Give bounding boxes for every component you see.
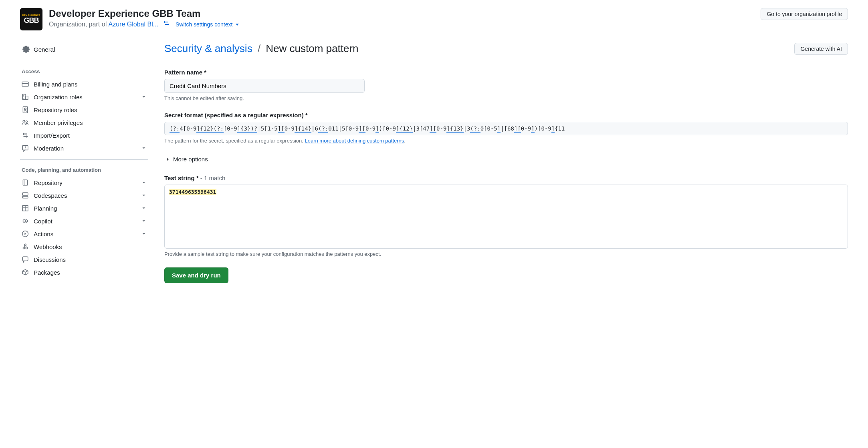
svg-point-18 [23,197,24,198]
sidebar-item-label: Packages [34,269,60,276]
chevron-down-icon [141,193,147,198]
sidebar-item-webhooks[interactable]: Webhooks [20,240,148,253]
secret-format-value: (?:4[0-9]{12}(?:[0-9]{3})?|5[1-5][0-9]{1… [170,125,565,133]
test-label-text: Test string * [164,175,199,181]
sidebar-item-codespaces[interactable]: Codespaces [20,189,148,202]
sidebar-item-repository-roles[interactable]: Repository roles [20,103,148,116]
secret-format-group: Secret format (specified as a regular ex… [164,112,848,144]
svg-point-9 [23,120,25,122]
sidebar-general-label: General [34,46,55,53]
comment-icon [22,256,29,263]
svg-point-24 [24,221,24,222]
sidebar-item-billing-and-plans[interactable]: Billing and plans [20,78,148,90]
more-options-group: More options [164,154,848,164]
breadcrumb-link[interactable]: Security & analysis [164,42,252,54]
swap-icon [163,20,170,26]
switch-context-label: Switch settings context [176,21,232,28]
header-left: DEV AUDIENCE GBB Developer Experience GB… [20,8,239,30]
svg-point-13 [25,149,26,149]
test-string-label: Test string * - 1 match [164,175,848,181]
svg-rect-5 [24,96,24,97]
sidebar-item-label: Moderation [34,145,64,152]
secret-hint-link[interactable]: Learn more about defining custom pattern… [305,138,404,144]
sidebar-heading-access: Access [20,66,148,78]
test-string-input[interactable]: 371449635398431 [164,185,848,249]
sidebar: General Access Billing and plansOrganiza… [20,42,148,283]
table-icon [22,205,29,212]
chevron-down-icon [141,231,147,237]
main-container: General Access Billing and plansOrganiza… [20,42,848,283]
copilot-icon [22,217,29,225]
play-icon [22,230,29,237]
org-titles: Developer Experience GBB Team Organizati… [49,8,239,28]
test-string-match: 371449635398431 [169,189,216,195]
svg-rect-16 [22,193,28,195]
sidebar-item-actions[interactable]: Actions [20,227,148,240]
breadcrumb-current: New custom pattern [266,42,358,54]
svg-point-27 [23,247,25,249]
go-to-profile-button[interactable]: Go to your organization profile [761,8,848,20]
repo-icon [22,179,29,186]
svg-rect-3 [26,96,28,100]
sidebar-heading-code: Code, planning, and automation [20,165,148,176]
svg-point-25 [26,221,27,222]
organization-icon [22,93,29,100]
sidebar-item-label: Repository roles [34,106,77,113]
sidebar-item-repository[interactable]: Repository [20,176,148,189]
parent-org-link[interactable]: Azure Global Bl... [109,21,159,28]
save-dry-run-label: Save and dry run [172,272,221,279]
package-icon [22,269,29,276]
org-subtitle: Organization, part of Azure Global Bl...… [49,20,239,28]
generate-ai-button[interactable]: Generate with AI [794,43,848,55]
webhook-icon [22,243,29,250]
sidebar-item-organization-roles[interactable]: Organization roles [20,90,148,103]
chevron-down-icon [141,218,147,224]
chevron-down-icon [141,205,147,211]
more-options-label: More options [173,156,208,163]
chevron-right-icon [165,157,171,162]
subtitle-prefix: Organization, part of [49,21,109,28]
test-string-group: Test string * - 1 match 371449635398431 … [164,175,848,257]
svg-point-8 [24,108,26,110]
sidebar-item-moderation[interactable]: Moderation [20,142,148,155]
secret-format-input[interactable]: (?:4[0-9]{12}(?:[0-9]{3})?|5[1-5][0-9]{1… [164,122,848,135]
svg-rect-14 [23,180,27,185]
people-icon [22,119,29,126]
svg-rect-30 [22,257,28,261]
breadcrumb-sep: / [258,42,260,54]
svg-rect-6 [24,98,24,98]
arrows-icon [22,132,29,139]
org-avatar[interactable]: DEV AUDIENCE GBB [20,8,42,30]
sidebar-item-packages[interactable]: Packages [20,266,148,279]
sidebar-item-planning[interactable]: Planning [20,202,148,215]
sidebar-item-label: Organization roles [34,94,83,100]
sidebar-item-label: Import/Export [34,132,70,139]
main-content: Security & analysis / New custom pattern… [164,42,848,283]
sidebar-item-label: Repository [34,179,63,186]
sidebar-item-label: Codespaces [34,192,67,199]
avatar-abbrev: GBB [24,16,39,25]
chevron-down-icon [141,180,147,185]
save-dry-run-button[interactable]: Save and dry run [164,267,228,283]
sidebar-general[interactable]: General [20,42,148,56]
switch-context-link[interactable]: Switch settings context [176,21,239,28]
sidebar-item-copilot[interactable]: Copilot [20,215,148,227]
pattern-name-hint: This cannot be edited after saving. [164,95,848,101]
sidebar-item-discussions[interactable]: Discussions [20,253,148,266]
svg-point-28 [26,247,28,249]
secret-format-hint: The pattern for the secret, specified as… [164,138,848,144]
svg-point-10 [26,121,27,123]
svg-rect-0 [22,82,28,86]
more-options-toggle[interactable]: More options [164,154,848,164]
pattern-name-input[interactable] [164,79,365,93]
sidebar-item-import-export[interactable]: Import/Export [20,129,148,142]
sidebar-divider [20,159,148,160]
breadcrumb: Security & analysis / New custom pattern [164,42,359,55]
sidebar-item-label: Billing and plans [34,81,77,88]
title-row: Security & analysis / New custom pattern… [164,42,848,59]
test-string-hint: Provide a sample test string to make sur… [164,251,848,257]
codespaces-icon [22,192,29,199]
chevron-down-icon [236,24,239,26]
go-to-profile-label: Go to your organization profile [767,11,842,17]
sidebar-item-member-privileges[interactable]: Member privileges [20,116,148,129]
